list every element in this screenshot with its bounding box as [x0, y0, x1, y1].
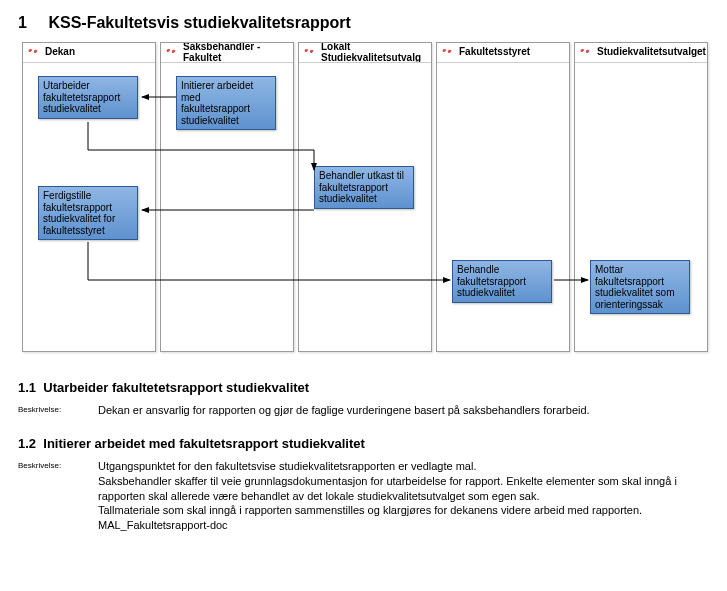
desc-label: Beskrivelse: [18, 403, 84, 416]
lane-label: Lokalt Studiekvalitetsutvalg [321, 43, 427, 63]
mask-icon [27, 48, 41, 58]
box-ferdigstille: Ferdigstille fakultetsrapport studiekval… [38, 186, 138, 240]
section-number: 1.2 [18, 436, 36, 451]
desc-label: Beskrivelse: [18, 459, 84, 472]
section-title: Utarbeider fakultetetsrapport studiekval… [43, 380, 309, 395]
section-row: Beskrivelse: Utgangspunktet for den faku… [18, 459, 709, 533]
lane-label: Saksbehandler - Fakultet [183, 43, 289, 63]
mask-icon [303, 48, 317, 58]
lane-fakultetsstyret: Fakultetsstyret [436, 42, 570, 352]
lane-label: Studiekvalitetsutvalget [597, 47, 706, 58]
sections: 1.1 Utarbeider fakultetetsrapport studie… [18, 380, 709, 533]
mask-icon [579, 48, 593, 58]
title-number: 1 [18, 14, 44, 32]
mask-icon [165, 48, 179, 58]
mask-icon [441, 48, 455, 58]
box-initierer: Initierer arbeidet med fakultetsrapport … [176, 76, 276, 130]
lane-label: Fakultetsstyret [459, 47, 565, 58]
section-heading: 1.1 Utarbeider fakultetetsrapport studie… [18, 380, 709, 395]
box-behandle: Behandle fakultetsrapport studiekvalitet [452, 260, 552, 303]
box-behandler: Behandler utkast til fakultetsrapport st… [314, 166, 414, 209]
title-text: KSS-Fakultetsvis studiekvalitetsrapport [48, 14, 350, 31]
page-title: 1 KSS-Fakultetsvis studiekvalitetsrappor… [18, 14, 709, 32]
lane-label: Dekan [45, 47, 151, 58]
box-mottar: Mottar fakultetsrapport studiekvalitet s… [590, 260, 690, 314]
desc-body: Dekan er ansvarlig for rapporten og gjør… [98, 403, 709, 418]
section-row: Beskrivelse: Dekan er ansvarlig for rapp… [18, 403, 709, 418]
box-utarbeider: Utarbeider fakultetetsrapport studiekval… [38, 76, 138, 119]
swimlane-diagram: Dekan Saksbehandler - Fakultet Lokalt St… [22, 42, 712, 352]
desc-body: Utgangspunktet for den fakultetsvise stu… [98, 459, 709, 533]
section-number: 1.1 [18, 380, 36, 395]
section-title: Initierer arbeidet med fakultetsrapport … [43, 436, 364, 451]
section-heading: 1.2 Initierer arbeidet med fakultetsrapp… [18, 436, 709, 451]
